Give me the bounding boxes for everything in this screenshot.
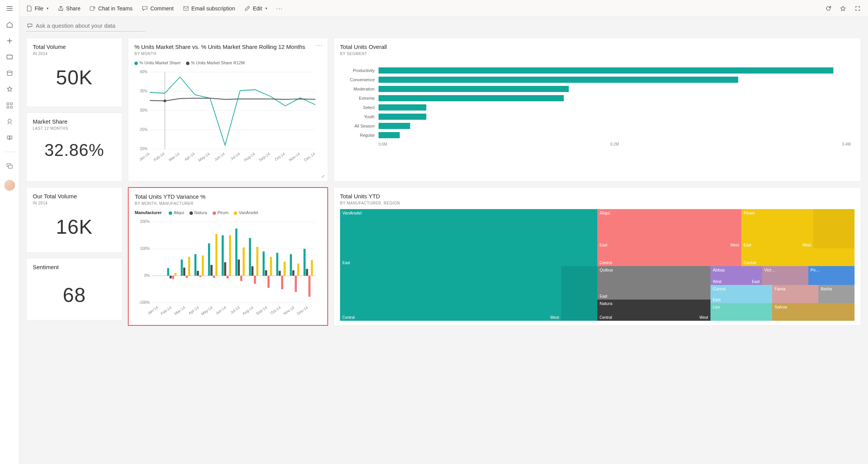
apps-icon[interactable] (6, 102, 13, 109)
plus-icon[interactable] (6, 37, 13, 45)
svg-text:May-14: May-14 (198, 151, 211, 162)
svg-point-1 (7, 71, 12, 72)
svg-text:Jul-14: Jul-14 (230, 305, 241, 315)
tile-hbar-chart[interactable]: Total Units Overall BY SEGMENT Productiv… (333, 38, 861, 182)
fullscreen-icon[interactable] (854, 5, 861, 12)
treemap-cell[interactable]: AliquiEastWest (597, 209, 741, 248)
svg-text:Aug-14: Aug-14 (241, 305, 254, 316)
email-subscription-button[interactable]: Email subscription (183, 5, 235, 12)
metrics-icon[interactable] (6, 85, 13, 93)
hbar-label: All Season (340, 124, 375, 128)
svg-text:35%: 35% (140, 89, 147, 93)
chart-title: Total Units Overall (340, 44, 855, 50)
card-value: 16K (33, 215, 116, 238)
chevron-down-icon: ▾ (265, 6, 267, 10)
treemap-cell[interactable]: Salvus (772, 303, 855, 321)
svg-rect-71 (240, 276, 242, 281)
svg-text:200%: 200% (140, 219, 150, 224)
treemap-cell[interactable]: Central (741, 248, 855, 266)
treemap-cell[interactable]: Leo (710, 303, 772, 321)
svg-rect-79 (263, 251, 265, 276)
line-chart-area: 20%25%30%35%40%Jan-14Feb-14Mar-14Apr-14M… (134, 68, 322, 166)
home-icon[interactable] (6, 21, 13, 28)
svg-text:Feb-14: Feb-14 (160, 305, 173, 315)
svg-rect-90 (292, 270, 294, 276)
treemap-cell[interactable]: Fama (772, 285, 818, 303)
chart-title: Total Units YTD Variance % (135, 193, 321, 200)
more-actions-button[interactable]: ··· (276, 5, 283, 12)
chart-title: % Units Market Share vs. % Units Market … (134, 44, 322, 50)
treemap-cell[interactable]: VanArsdelEast (340, 209, 597, 266)
tile-total-volume[interactable]: Total Volume IN 2014 50K (26, 38, 122, 107)
refresh-icon[interactable] (825, 5, 832, 12)
hbar-row: Convenience (340, 75, 855, 84)
tile-sentiment[interactable]: Sentiment 68 (26, 258, 122, 320)
qna-text-input[interactable] (36, 22, 145, 29)
chart-subtitle: BY MANUFACTURER, REGION (340, 201, 855, 205)
favorite-icon[interactable] (840, 5, 846, 12)
tile-treemap[interactable]: Total Units YTD BY MANUFACTURER, REGION … (333, 187, 861, 326)
svg-text:Nov-14: Nov-14 (283, 305, 295, 316)
treemap-cell[interactable]: Barba (818, 285, 855, 303)
learn-icon[interactable] (6, 134, 13, 142)
focus-mode-icon[interactable]: ⤢ (321, 174, 325, 179)
svg-text:25%: 25% (140, 127, 147, 132)
svg-rect-45 (169, 276, 171, 278)
treemap-cell[interactable] (813, 209, 855, 248)
treemap-cell[interactable]: CentralWest (340, 266, 561, 321)
svg-rect-61 (213, 276, 215, 278)
tile-our-total-volume[interactable]: Our Total Volume IN 2014 16K (26, 187, 122, 253)
treemap-cell[interactable]: QuibusEast (597, 266, 710, 300)
treemap-cell[interactable]: NaturaCentralWest (597, 300, 710, 321)
svg-rect-84 (276, 253, 278, 276)
svg-rect-59 (208, 243, 210, 276)
svg-rect-69 (235, 229, 237, 276)
svg-rect-72 (243, 248, 245, 276)
treemap-cell[interactable] (561, 266, 597, 321)
svg-text:Nov-14: Nov-14 (288, 151, 301, 162)
svg-rect-97 (311, 260, 313, 276)
card-value: 68 (33, 283, 116, 307)
treemap-cell[interactable]: PirumEastWest (741, 209, 813, 248)
deployment-icon[interactable] (6, 118, 13, 126)
edit-menu[interactable]: Edit ▾ (244, 5, 267, 12)
treemap-cell[interactable]: Vict… (762, 266, 808, 285)
qna-input[interactable] (26, 21, 146, 32)
card-subtitle: IN 2014 (33, 201, 116, 205)
svg-rect-47 (174, 273, 176, 276)
file-menu[interactable]: File ▾ (26, 5, 49, 12)
tile-line-chart[interactable]: ··· % Units Market Share vs. % Units Mar… (128, 38, 328, 182)
treemap-cell[interactable]: CurrusEast (710, 285, 772, 303)
svg-rect-87 (283, 262, 285, 276)
hbar-axis: 0.0M 0.2M 0.4M (379, 142, 855, 146)
tile-variance-chart[interactable]: Total Units YTD Variance % BY MONTH, MAN… (128, 187, 328, 326)
treemap-cell[interactable]: Central (597, 248, 741, 266)
svg-rect-94 (303, 249, 305, 276)
chat-teams-button[interactable]: Chat in Teams (90, 5, 132, 12)
svg-rect-46 (172, 276, 174, 279)
svg-rect-54 (194, 254, 196, 276)
data-hub-icon[interactable] (6, 69, 13, 77)
svg-rect-60 (211, 265, 213, 276)
svg-rect-85 (279, 271, 281, 276)
avatar[interactable] (4, 180, 15, 191)
svg-text:100%: 100% (140, 246, 150, 251)
workspaces-icon[interactable] (6, 162, 13, 170)
svg-text:May-14: May-14 (200, 305, 213, 316)
hamburger-icon[interactable] (6, 5, 13, 12)
legend-item: Natura (194, 210, 207, 215)
tile-market-share[interactable]: Market Share LAST 12 MONTHS 32.86% (26, 112, 122, 182)
svg-text:Apr-14: Apr-14 (184, 151, 196, 161)
hbar-row: Moderation (340, 84, 855, 94)
hbar-row: Regular (340, 131, 855, 140)
svg-text:Dec-14: Dec-14 (296, 305, 309, 316)
share-button[interactable]: Share (58, 5, 80, 12)
browse-icon[interactable] (6, 53, 13, 61)
treemap-cell[interactable]: Po… (808, 266, 855, 285)
chat-label: Chat in Teams (98, 5, 132, 12)
tile-menu-icon[interactable]: ··· (316, 42, 323, 49)
svg-rect-4 (7, 106, 9, 108)
treemap-cell[interactable]: AbbasWestEast (710, 266, 762, 285)
comment-button[interactable]: Comment (142, 5, 174, 12)
svg-rect-66 (226, 276, 228, 278)
